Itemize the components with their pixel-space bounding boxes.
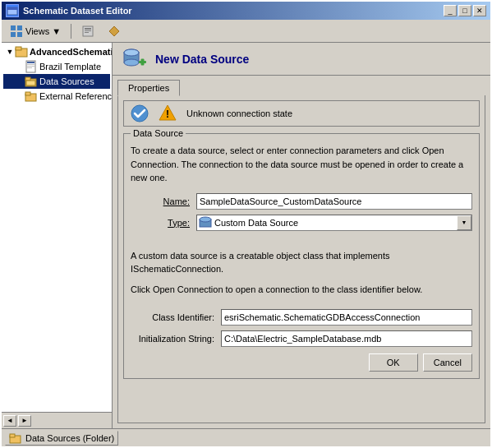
views-icon xyxy=(10,25,23,38)
main-content: ▼ AdvancedSchematic xyxy=(2,43,490,428)
toolbar: Views ▼ xyxy=(2,20,490,43)
svg-rect-19 xyxy=(26,81,35,85)
views-arrow: ▼ xyxy=(52,26,61,36)
description-text: To create a data source, select or enter… xyxy=(131,144,472,185)
close-button[interactable]: ✕ xyxy=(473,5,486,16)
page-icon xyxy=(25,60,38,73)
type-row: Type: Custom Data Source ▼ xyxy=(131,215,472,231)
svg-rect-2 xyxy=(11,25,16,30)
title-bar-left: Schematic Dataset Editor xyxy=(6,4,132,17)
folder-icon xyxy=(25,90,38,103)
init-string-row: Initialization String: xyxy=(131,330,472,347)
tree-root[interactable]: ▼ AdvancedSchematic xyxy=(3,44,110,59)
toolbar-btn-1[interactable] xyxy=(76,22,99,40)
check-icon xyxy=(131,104,149,122)
toolbar-icon-1 xyxy=(81,25,94,38)
expand-none-3 xyxy=(15,91,25,101)
class-identifier-input[interactable] xyxy=(221,309,472,326)
svg-rect-1 xyxy=(7,7,17,10)
status-message: Unknown connection state xyxy=(186,109,292,118)
status-panel: Data Sources (Folder) xyxy=(5,431,118,446)
type-select-wrapper: Custom Data Source ▼ xyxy=(196,215,472,231)
scroll-right-btn[interactable]: ► xyxy=(18,415,31,427)
class-identifier-label: Class Identifier: xyxy=(131,312,221,322)
group-box-title: Data Source xyxy=(131,128,186,138)
warning-triangle-icon: ! xyxy=(159,104,177,121)
folder-open-icon xyxy=(25,75,38,88)
sidebar-item-label-brazil: Brazil Template xyxy=(39,62,101,72)
expand-icon[interactable]: ▼ xyxy=(5,47,15,57)
type-label: Type: xyxy=(131,218,196,228)
svg-point-24 xyxy=(124,59,139,66)
toolbar-btn-2[interactable] xyxy=(103,22,126,40)
init-string-input[interactable] xyxy=(221,330,472,347)
status-check-icon xyxy=(131,104,149,122)
sidebar-item-external-references[interactable]: External References xyxy=(3,89,110,104)
panel-header: New Data Source xyxy=(113,43,490,76)
svg-text:!: ! xyxy=(166,109,169,120)
expand-none-2 xyxy=(15,76,25,86)
toolbar-separator-1 xyxy=(71,24,71,39)
ok-button[interactable]: OK xyxy=(369,353,418,372)
minimize-button[interactable]: _ xyxy=(444,5,457,16)
custom-ds-icon xyxy=(199,216,212,229)
svg-rect-7 xyxy=(85,28,91,30)
scroll-left-btn[interactable]: ◄ xyxy=(3,415,16,427)
spacer-2 xyxy=(131,303,472,309)
window-title: Schematic Dataset Editor xyxy=(23,6,132,16)
sidebar-item-label-datasources: Data Sources xyxy=(39,76,94,86)
svg-rect-18 xyxy=(25,77,30,81)
views-label: Views xyxy=(25,26,49,36)
svg-rect-3 xyxy=(17,25,22,30)
status-bar: Data Sources (Folder) xyxy=(2,428,490,446)
svg-rect-16 xyxy=(27,67,32,68)
svg-rect-11 xyxy=(16,47,21,50)
name-input[interactable] xyxy=(196,193,472,210)
type-value: Custom Data Source xyxy=(212,218,457,228)
sidebar-item-brazil-template[interactable]: Brazil Template xyxy=(3,59,110,74)
panel-header-title: New Data Source xyxy=(155,53,249,66)
toolbar-icon-2 xyxy=(108,25,121,38)
tree-view: ▼ AdvancedSchematic xyxy=(2,43,112,412)
svg-rect-34 xyxy=(10,434,15,437)
tab-properties[interactable]: Properties xyxy=(117,80,180,96)
expand-none xyxy=(15,62,25,72)
type-dropdown-btn[interactable]: ▼ xyxy=(457,215,471,230)
right-panel: New Data Source Properties xyxy=(113,43,490,428)
sidebar: ▼ AdvancedSchematic xyxy=(2,43,113,428)
svg-rect-4 xyxy=(11,32,16,37)
cancel-button[interactable]: Cancel xyxy=(423,353,472,372)
connection-status-bar: ! Unknown connection state xyxy=(123,100,480,127)
svg-point-32 xyxy=(200,217,211,222)
button-row: OK Cancel xyxy=(131,353,472,372)
svg-rect-14 xyxy=(27,64,34,65)
status-text: Data Sources (Folder) xyxy=(25,433,114,443)
svg-rect-27 xyxy=(141,58,145,65)
svg-rect-8 xyxy=(85,30,91,31)
title-controls: _ □ ✕ xyxy=(444,5,486,16)
status-folder-icon xyxy=(9,432,22,445)
class-identifier-row: Class Identifier: xyxy=(131,309,472,326)
custom-info-line2: Click Open Connection to open a connecti… xyxy=(131,283,472,297)
views-dropdown[interactable]: Views ▼ xyxy=(5,22,66,40)
app-icon xyxy=(6,4,19,17)
maximize-button[interactable]: □ xyxy=(458,5,471,16)
tree-root-label: AdvancedSchematic xyxy=(30,47,112,57)
sidebar-scroll: ◄ ► xyxy=(2,412,112,428)
data-source-group: Data Source To create a data source, sel… xyxy=(123,133,480,379)
tab-properties-label: Properties xyxy=(128,83,169,93)
svg-rect-13 xyxy=(27,62,34,63)
name-row: Name: xyxy=(131,193,472,210)
properties-panel: ! Unknown connection state Data Source T… xyxy=(117,95,485,423)
warning-icon: ! xyxy=(159,104,177,122)
svg-rect-9 xyxy=(85,32,89,33)
sidebar-item-data-sources[interactable]: Data Sources xyxy=(3,74,110,89)
new-datasource-icon xyxy=(121,46,147,72)
name-label: Name: xyxy=(131,196,196,206)
svg-rect-21 xyxy=(25,92,30,95)
custom-info-line1: A custom data source is a creatable obje… xyxy=(131,249,472,276)
svg-point-25 xyxy=(124,49,139,56)
sidebar-item-label-external: External References xyxy=(39,91,112,101)
spacer-1 xyxy=(131,236,472,242)
svg-rect-15 xyxy=(27,66,34,67)
